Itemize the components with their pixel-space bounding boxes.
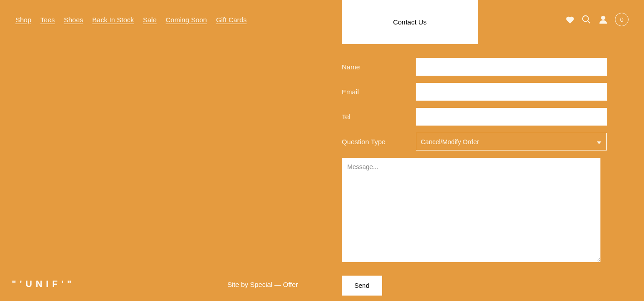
search-icon[interactable] (581, 15, 591, 24)
nav-tees[interactable]: Tees (40, 16, 55, 24)
name-label: Name (342, 63, 416, 71)
contact-tab[interactable]: Contact Us (342, 0, 478, 44)
send-button[interactable]: Send (342, 276, 382, 296)
contact-form: Name Email Tel Question Type Cancel/Modi… (342, 58, 607, 296)
nav-shoes[interactable]: Shoes (64, 16, 84, 24)
question-type-label: Question Type (342, 138, 416, 146)
tel-label: Tel (342, 113, 416, 121)
name-input[interactable] (416, 58, 607, 76)
tel-input[interactable] (416, 108, 607, 126)
main-nav: Shop Tees Shoes Back In Stock Sale Comin… (15, 16, 246, 24)
footer-credit: Site by Special — Offer (227, 281, 298, 288)
email-label: Email (342, 88, 416, 96)
nav-gift-cards[interactable]: Gift Cards (216, 16, 247, 24)
nav-back-in-stock[interactable]: Back In Stock (92, 16, 134, 24)
contact-title: Contact Us (393, 18, 427, 26)
svg-point-0 (583, 16, 589, 22)
nav-coming-soon[interactable]: Coming Soon (166, 16, 207, 24)
question-type-select[interactable]: Cancel/Modify Order (416, 133, 607, 150)
cart-badge[interactable]: 0 (615, 13, 629, 26)
footer-logo: "'UNIF'" (12, 279, 75, 289)
account-icon[interactable] (598, 15, 608, 24)
nav-shop[interactable]: Shop (15, 16, 31, 24)
svg-line-1 (588, 21, 590, 24)
svg-point-2 (601, 16, 605, 20)
email-input[interactable] (416, 83, 607, 101)
message-textarea[interactable] (342, 158, 600, 262)
wishlist-icon[interactable] (565, 15, 575, 24)
nav-sale[interactable]: Sale (143, 16, 157, 24)
header-icons: 0 (565, 13, 629, 26)
